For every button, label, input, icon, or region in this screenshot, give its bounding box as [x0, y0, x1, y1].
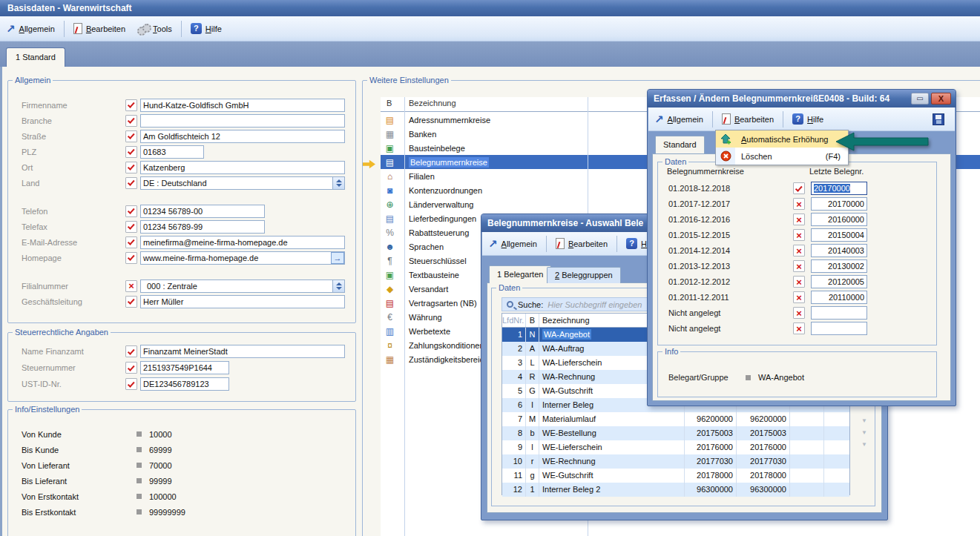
auto-increase-disabled-icon[interactable]: [793, 307, 805, 319]
field-enabled-check-icon[interactable]: [125, 221, 137, 233]
table-row[interactable]: 11g WE-Gutschrift 2017800020178000: [502, 469, 849, 483]
ustid-input[interactable]: DE123456789123: [140, 377, 229, 391]
field-filialnummer: Filialnummer 000 : Zentrale: [22, 278, 345, 294]
field-enabled-check-icon[interactable]: [125, 177, 137, 189]
branche-input[interactable]: [140, 114, 345, 128]
table-row[interactable]: 10r WE-Rechnung 2017703020177030: [502, 454, 849, 469]
group-info-einstellungen: Info/Einstellungen Von Kunde 10000 Bis K…: [7, 409, 356, 536]
column-belegnummernkreise: Belegnummernkreise: [667, 167, 744, 176]
tab-standard-edit[interactable]: Standard: [655, 136, 705, 153]
allgemein-menu-button[interactable]: ↗ Allgemein: [482, 234, 543, 254]
field-enabled-check-icon[interactable]: [125, 296, 137, 308]
auto-increase-disabled-icon[interactable]: [793, 214, 805, 225]
bis-lieferant-value: 99999: [149, 477, 172, 486]
group-daten-legend: Daten: [496, 283, 522, 293]
bearbeiten-menu-button[interactable]: Bearbeiten: [550, 234, 614, 254]
plz-input[interactable]: 01683: [140, 145, 204, 159]
field-enabled-check-icon[interactable]: [125, 130, 137, 142]
land-spinner[interactable]: [332, 177, 344, 189]
firmenname-input[interactable]: Hund-Katze-Goldfisch GmbH: [140, 99, 345, 112]
open-homepage-button[interactable]: →: [331, 252, 344, 264]
bearbeiten-menu-button[interactable]: Bearbeiten: [68, 19, 131, 39]
letzte-belegnr-input[interactable]: 20140003: [811, 244, 867, 257]
scroll-down-icon[interactable]: ▼: [861, 417, 867, 424]
field-enabled-check-icon[interactable]: [125, 205, 137, 217]
countries-globe-icon: ⊕: [384, 199, 395, 210]
von-kunde-value: 10000: [149, 430, 172, 439]
finanzamt-input[interactable]: Finanzamt MeinerStadt: [140, 345, 345, 358]
hilfe-menu-button[interactable]: ? Hilfe: [786, 110, 829, 129]
field-enabled-check-icon[interactable]: [125, 378, 137, 390]
bearbeiten-dropdown-menu: Automatische Erhöhung Löschen (F4): [715, 130, 849, 165]
field-enabled-check-icon[interactable]: [125, 236, 137, 248]
field-finanzamt: Name Finanzamt Finanzamt MeinerStadt: [22, 343, 345, 360]
group-allgemein-legend: Allgemein: [13, 76, 53, 85]
table-row[interactable]: 121 Interner Beleg 2 9630000096300000: [502, 483, 849, 497]
auto-increase-disabled-icon[interactable]: [793, 198, 805, 210]
close-button[interactable]: X: [931, 93, 951, 105]
field-enabled-check-icon[interactable]: [125, 345, 137, 357]
allgemein-menu-button[interactable]: ↗ Allgemein: [0, 19, 61, 39]
letzte-belegnr-input[interactable]: 20150004: [811, 228, 867, 242]
allgemein-menu-button[interactable]: ↗ Allgemein: [648, 110, 709, 129]
filialnummer-spinner[interactable]: [332, 280, 344, 292]
scroll-down-page-icon[interactable]: ▼: [861, 429, 867, 436]
info-row: Bis Lieferant 99999: [22, 473, 345, 489]
bearbeiten-menu-button[interactable]: Bearbeiten: [716, 110, 780, 129]
maximize-button[interactable]: ▭: [911, 93, 929, 105]
strasse-input[interactable]: Am Goldfischteich 12: [140, 130, 345, 143]
letzte-belegnr-input[interactable]: [811, 306, 867, 320]
table-row[interactable]: 7M Materialumlauf 9620000096200000: [502, 412, 849, 426]
auto-increase-disabled-icon[interactable]: [793, 291, 805, 303]
auto-increase-disabled-icon[interactable]: [793, 229, 805, 241]
tab-belegarten[interactable]: 1 Belegarten: [489, 265, 551, 283]
bullet-icon: [137, 431, 142, 437]
email-input[interactable]: meinefirma@meine-firma-homepage.de: [140, 236, 345, 249]
field-enabled-check-icon[interactable]: [125, 362, 137, 374]
ad-texts-icon: ▥: [384, 326, 395, 337]
field-telefon: Telefon 01234 56789-00: [22, 203, 345, 219]
scroll-end-icon[interactable]: ▼: [861, 441, 867, 448]
field-disabled-x-icon[interactable]: [125, 280, 137, 292]
land-select[interactable]: DE : Deutschland: [140, 176, 345, 190]
steuernummer-input[interactable]: 2151937549P1644: [140, 361, 229, 374]
tab-beleggruppen[interactable]: 2 Beleggruppen: [547, 267, 621, 283]
edit-window-toolbar: ↗ Allgemein Bearbeiten ? Hilfe: [648, 107, 955, 131]
ort-input[interactable]: Katzenberg: [140, 161, 345, 174]
menu-item-automatische-erhoehung[interactable]: Automatische Erhöhung: [716, 130, 848, 148]
letzte-belegnr-input[interactable]: [811, 322, 867, 335]
info-row: Bis Kunde 69999: [22, 442, 345, 457]
field-enabled-check-icon[interactable]: [125, 99, 137, 111]
table-row[interactable]: 8b WE-Bestellung 2017500320175003: [502, 426, 849, 440]
auto-increase-disabled-icon[interactable]: [793, 260, 805, 272]
letzte-belegnr-input[interactable]: 20160000: [811, 213, 867, 226]
auto-increase-disabled-icon[interactable]: [793, 245, 805, 257]
auto-increase-disabled-icon[interactable]: [793, 322, 805, 334]
responsibility-areas-icon: ▦: [384, 354, 395, 365]
field-enabled-check-icon[interactable]: [125, 252, 137, 264]
search-input[interactable]: Hier Suchbegriff eingeben: [547, 300, 642, 309]
tools-menu-button[interactable]: Tools: [131, 19, 178, 39]
letzte-belegnr-input[interactable]: 20170000: [811, 197, 867, 211]
field-enabled-check-icon[interactable]: [125, 146, 137, 158]
field-enabled-check-icon[interactable]: [125, 115, 137, 127]
geschaeftsleitung-input[interactable]: Herr Müller: [140, 295, 345, 308]
telefon-input[interactable]: 01234 56789-00: [140, 205, 265, 218]
letzte-belegnr-input[interactable]: 20170000: [811, 182, 867, 195]
tab-standard[interactable]: 1 Standard: [6, 47, 65, 67]
field-enabled-check-icon[interactable]: [125, 162, 137, 173]
auto-increase-enabled-icon[interactable]: [793, 182, 805, 194]
menu-item-loeschen[interactable]: Löschen (F4): [716, 148, 848, 165]
delete-icon: [720, 150, 731, 162]
table-row[interactable]: 9l WE-Lieferschein 2017600020176000: [502, 440, 849, 454]
letzte-belegnr-input[interactable]: 20130002: [811, 259, 867, 273]
letzte-belegnr-input[interactable]: 20110000: [811, 291, 867, 304]
filialnummer-select[interactable]: 000 : Zentrale: [140, 279, 345, 293]
save-icon[interactable]: [933, 113, 944, 125]
building-block-documents-icon: ▣: [384, 143, 395, 153]
hilfe-menu-button[interactable]: ? Hilfe: [185, 19, 228, 39]
homepage-input[interactable]: www.meine-firma-homepage.de →: [140, 251, 345, 265]
telefax-input[interactable]: 01234 56789-99: [140, 220, 265, 234]
auto-increase-disabled-icon[interactable]: [793, 276, 805, 288]
letzte-belegnr-input[interactable]: 20120005: [811, 275, 867, 288]
